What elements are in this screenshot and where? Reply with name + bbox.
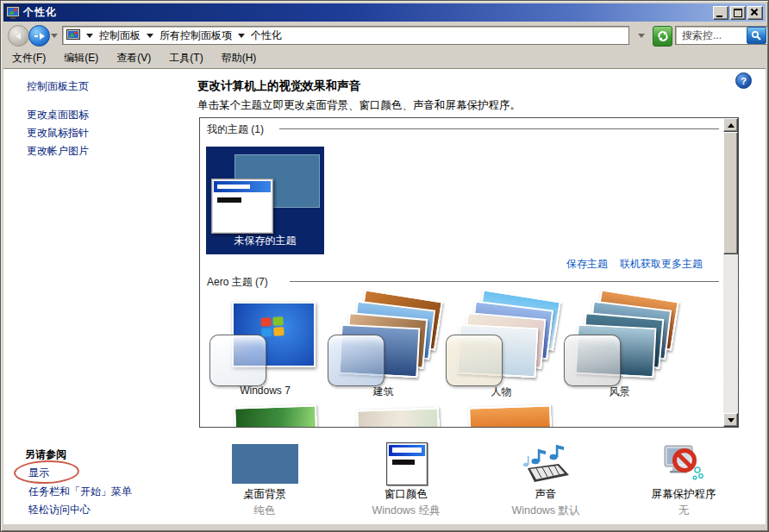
- windows-flag-icon: [260, 316, 284, 337]
- window-color-text-stripe: [392, 460, 415, 465]
- close-button[interactable]: [747, 6, 763, 20]
- menu-edit[interactable]: 编辑(E): [64, 51, 98, 66]
- menu-file[interactable]: 文件(F): [12, 51, 46, 66]
- see-also-ease-of-access-link[interactable]: 轻松访问中心: [28, 503, 91, 517]
- desktop-background-label[interactable]: 桌面背景: [209, 487, 321, 502]
- aero-theme-characters[interactable]: 人物: [442, 295, 560, 400]
- screensaver-value: 无: [628, 504, 740, 518]
- scroll-up-button[interactable]: [723, 118, 738, 132]
- sounds-keyboard-notes-icon: [519, 442, 572, 484]
- scroll-down-icon: [728, 418, 735, 422]
- aero-theme-windows7[interactable]: Windows 7: [206, 295, 324, 400]
- partial-theme-thumb[interactable]: [356, 407, 441, 428]
- window-color-thumbnail[interactable]: [386, 442, 428, 485]
- page-subtitle: 单击某个主题立即更改桌面背景、窗口颜色、声音和屏幕保护程序。: [197, 98, 521, 113]
- my-themes-divider: [279, 128, 719, 129]
- sidebar-item-change-mouse-pointers[interactable]: 更改鼠标指针: [27, 126, 89, 141]
- search-box: [675, 26, 768, 45]
- page-title: 更改计算机上的视觉效果和声音: [197, 78, 360, 94]
- refresh-button[interactable]: [653, 26, 672, 47]
- sidebar-item-change-account-picture[interactable]: 更改帐户图片: [27, 144, 89, 159]
- breadcrumb-dropdown-icon[interactable]: [86, 34, 93, 38]
- maximize-icon: [734, 9, 742, 17]
- sidebar-item-change-desktop-icons[interactable]: 更改桌面图标: [27, 108, 89, 122]
- glass-selector-icon: [328, 335, 384, 386]
- maximize-button[interactable]: [730, 6, 746, 20]
- aero-themes-divider: [290, 281, 719, 282]
- help-icon[interactable]: ?: [735, 72, 752, 89]
- breadcrumb-all-items[interactable]: 所有控制面板项: [159, 28, 232, 43]
- aero-theme-label: 风景: [560, 385, 678, 399]
- aero-theme-label: 人物: [442, 385, 560, 399]
- screensaver-label[interactable]: 屏幕保护程序: [628, 487, 740, 502]
- window-controls: [713, 6, 763, 20]
- theme-tile-label: 未保存的主题: [206, 234, 324, 248]
- breadcrumb-bar[interactable]: 控制面板 所有控制面板项 个性化: [62, 26, 629, 45]
- aero-themes-header: Aero 主题 (7): [207, 275, 268, 290]
- window-title: 个性化: [23, 5, 57, 20]
- theme-preview-title-stripe: [217, 185, 250, 189]
- sounds-label[interactable]: 声音: [490, 487, 602, 502]
- breadcrumb-control-panel[interactable]: 控制面板: [99, 28, 141, 43]
- personalization-window: 个性化 控制面板 所有控制面板项 个性化: [0, 0, 769, 532]
- aero-theme-label: 建筑: [324, 385, 442, 399]
- minimize-button[interactable]: [713, 6, 728, 20]
- glass-selector-icon: [446, 335, 503, 386]
- window-color-titlebar: [389, 445, 425, 456]
- window-color-title-stripe: [392, 448, 422, 453]
- menu-help[interactable]: 帮助(H): [222, 51, 257, 66]
- forward-arrow-head: [40, 33, 45, 40]
- forward-button[interactable]: [28, 25, 50, 47]
- theme-preview-window: [211, 178, 273, 234]
- recent-pages-dropdown-icon[interactable]: [51, 34, 58, 38]
- address-dropdown-icon[interactable]: [638, 34, 645, 38]
- forward-arrow-icon: [34, 35, 38, 37]
- address-bar: 控制面板 所有控制面板项 个性化: [3, 22, 766, 48]
- window-color-label[interactable]: 窗口颜色: [350, 487, 462, 502]
- my-themes-header: 我的主题 (1): [207, 122, 264, 137]
- themes-panel: 我的主题 (1) 未保存的主题 保存主题 联机获取更多主题 Aero 主题 (7…: [199, 117, 739, 428]
- get-more-themes-online-link[interactable]: 联机获取更多主题: [620, 257, 703, 272]
- partial-theme-thumb[interactable]: [234, 404, 318, 428]
- see-also-taskbar-startmenu-link[interactable]: 任务栏和「开始」菜单: [28, 485, 132, 499]
- minimize-icon: [716, 16, 722, 17]
- aero-theme-architecture[interactable]: 建筑: [324, 295, 442, 400]
- scrollbar-thumb[interactable]: [723, 132, 738, 254]
- vertical-scrollbar[interactable]: [723, 118, 738, 427]
- menu-tools[interactable]: 工具(T): [169, 51, 203, 66]
- glass-selector-icon: [209, 335, 266, 386]
- title-bar: 个性化: [3, 3, 766, 22]
- aero-theme-landscapes[interactable]: 风景: [560, 295, 678, 400]
- desktop-background-thumbnail[interactable]: [232, 444, 298, 484]
- refresh-icon: [657, 30, 669, 42]
- location-monitor-icon: [66, 29, 80, 41]
- desktop-background-value: 纯色: [209, 504, 321, 518]
- menu-view[interactable]: 查看(V): [116, 51, 151, 66]
- sounds-value: Windows 默认: [490, 504, 602, 518]
- partial-theme-thumb[interactable]: [468, 404, 553, 428]
- sounds-thumbnail[interactable]: [519, 442, 572, 486]
- theme-preview-text-stripe: [217, 197, 241, 203]
- glass-selector-icon: [564, 335, 621, 386]
- menu-bar: 文件(F) 编辑(E) 查看(V) 工具(T) 帮助(H): [3, 48, 766, 69]
- theme-tile-unsaved[interactable]: 未保存的主题: [206, 147, 324, 254]
- back-arrow-icon: [16, 33, 21, 40]
- theme-preview-window-titlebar: [214, 181, 271, 192]
- scroll-up-icon: [728, 123, 735, 128]
- breadcrumb-separator-icon[interactable]: [238, 34, 245, 38]
- aero-theme-label: Windows 7: [206, 385, 324, 397]
- back-button[interactable]: [8, 25, 29, 47]
- breadcrumb-personalization[interactable]: 个性化: [251, 28, 282, 43]
- screensaver-prohibited-icon: [661, 441, 706, 485]
- scroll-down-button[interactable]: [723, 413, 738, 427]
- sidebar-item-control-panel-home[interactable]: 控制面板主页: [27, 79, 89, 94]
- screensaver-thumbnail[interactable]: [661, 441, 706, 488]
- window-color-value: Windows 经典: [350, 504, 462, 518]
- breadcrumb-separator-icon[interactable]: [147, 34, 153, 38]
- magnifier-icon: [751, 30, 762, 41]
- search-input[interactable]: [676, 29, 747, 41]
- search-button[interactable]: [747, 27, 766, 44]
- save-theme-link[interactable]: 保存主题: [566, 257, 608, 272]
- personalization-app-icon: [6, 6, 20, 20]
